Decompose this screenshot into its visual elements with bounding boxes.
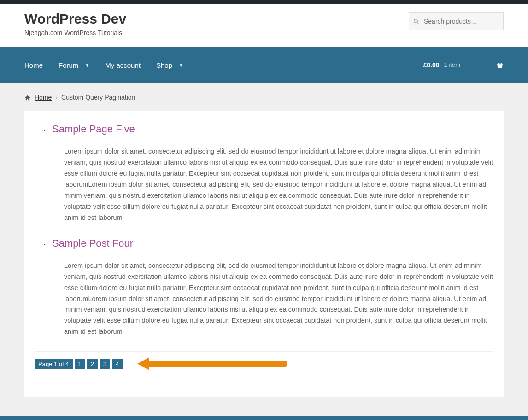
- search-icon: [413, 17, 419, 25]
- cart-link[interactable]: £0.00 1 item: [423, 61, 504, 69]
- svg-line-1: [417, 22, 418, 24]
- nav-home[interactable]: Home: [24, 61, 43, 69]
- breadcrumb-separator: ›: [55, 94, 58, 101]
- page-status: Page 1 of 4: [35, 359, 73, 369]
- nav-label: Forum: [59, 61, 78, 69]
- chevron-down-icon: ▼: [85, 63, 89, 68]
- site-tagline: Njengah.com WordPress Tutorials: [24, 29, 126, 36]
- cart-total: £0.00: [423, 61, 440, 69]
- nav-label: Shop: [156, 61, 172, 69]
- cart-count: 1 item: [444, 61, 460, 68]
- pagination: Page 1 of 4 1 2 3 4: [35, 351, 493, 379]
- nav-shop[interactable]: Shop▼: [156, 61, 183, 69]
- post-title-link[interactable]: Sample Page Five: [52, 123, 135, 135]
- home-icon: [24, 94, 31, 101]
- post-item: Sample Page Five Lorem ipsum dolor sit a…: [44, 123, 493, 223]
- site-branding: WordPress Dev Njengah.com WordPress Tuto…: [24, 11, 126, 36]
- post-excerpt: Lorem ipsum dolor sit amet, consectetur …: [64, 146, 493, 223]
- post-item: Sample Post Four Lorem ipsum dolor sit a…: [44, 237, 493, 337]
- post-excerpt: Lorem ipsum dolor sit amet, consectetur …: [64, 260, 493, 337]
- basket-icon: [496, 61, 504, 69]
- page-link-4[interactable]: 4: [112, 359, 123, 369]
- nav-my-account[interactable]: My account: [105, 61, 141, 69]
- product-search: [409, 12, 504, 30]
- nav-forum[interactable]: Forum▼: [59, 61, 89, 69]
- page-link-1[interactable]: 1: [75, 359, 85, 369]
- primary-nav: Home Forum▼ My account Shop▼: [24, 61, 183, 69]
- admin-topbar: [0, 0, 528, 4]
- breadcrumb-home[interactable]: Home: [35, 94, 52, 101]
- breadcrumb: Home › Custom Query Pagination: [24, 83, 504, 111]
- site-title[interactable]: WordPress Dev: [24, 11, 126, 27]
- footer: [0, 416, 528, 420]
- nav-label: Home: [24, 61, 43, 69]
- search-input[interactable]: [409, 12, 504, 30]
- arrow-head-icon: [137, 357, 149, 370]
- chevron-down-icon: ▼: [179, 63, 183, 68]
- page-link-2[interactable]: 2: [87, 359, 98, 369]
- page-link-3[interactable]: 3: [100, 359, 110, 369]
- nav-label: My account: [105, 61, 141, 69]
- svg-point-0: [414, 19, 418, 23]
- breadcrumb-current: Custom Query Pagination: [61, 94, 135, 101]
- post-title-link[interactable]: Sample Post Four: [52, 237, 133, 249]
- arrow-shaft: [149, 361, 287, 367]
- main-content: Sample Page Five Lorem ipsum dolor sit a…: [24, 111, 504, 397]
- annotation-arrow: [137, 357, 287, 370]
